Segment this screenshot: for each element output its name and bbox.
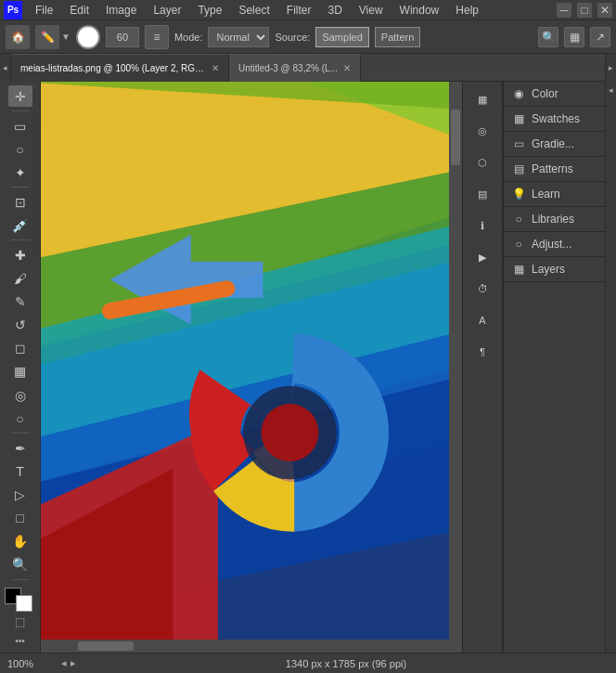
color-wells [5,588,36,613]
scrollbar-vertical[interactable] [449,82,462,640]
menu-3d[interactable]: 3D [324,2,345,19]
panel-libraries: ○ Libraries [504,207,605,232]
scroll-thumb-horizontal[interactable] [78,641,134,651]
type-tool[interactable]: T [8,460,32,482]
tab-meias-close[interactable]: ✕ [212,63,219,73]
dodge-tool[interactable]: ○ [8,408,32,429]
menu-select[interactable]: Select [235,2,273,19]
tab-untitled-close[interactable]: ✕ [343,63,351,73]
gradient-tool[interactable]: ▦ [8,361,32,382]
shape-tool[interactable]: □ [8,507,32,528]
quick-mask-btn[interactable]: ⬚ [8,614,32,630]
tabs-collapse-left[interactable]: ◂ [0,54,11,82]
crop-tool[interactable]: ⊡ [8,191,32,213]
blur-tool[interactable]: ◎ [8,384,32,406]
hand-tool[interactable]: ✋ [8,531,32,552]
left-toolbar: ✛ ▭ ○ ✦ ⊡ 💉 ✚ 🖌 ✎ ↺ ◻ ▦ ◎ ○ ✒ T ▷ □ ✋ 🔍 … [0,82,41,653]
eyedropper-tool[interactable]: 💉 [8,214,32,236]
panel-layers-header[interactable]: ▦ Layers [504,257,605,281]
tab-meias[interactable]: meias-listradas.png @ 100% (Layer 2, RGB… [11,54,229,82]
canvas-area[interactable] [41,82,462,653]
nav-left-arrow[interactable]: ◂ [61,657,67,669]
panel-color: ◉ Color [504,82,605,107]
canvas-wrapper [41,82,449,640]
panel-adjust-header[interactable]: ○ Adjust... [504,232,605,256]
mode-select[interactable]: Normal [208,27,269,47]
patterns-panel-icon: ▤ [511,162,526,176]
status-bar: 100% ◂ ▸ 1340 px x 1785 px (96 ppi) [0,653,616,673]
background-color[interactable] [16,595,32,612]
nav-right-arrow[interactable]: ▸ [71,657,76,669]
options-bar: 🏠 ✏️ ▼ ≡ Mode: Normal Source: Sampled Pa… [0,20,616,54]
menu-help[interactable]: Help [452,2,482,19]
menu-image[interactable]: Image [102,2,140,19]
zoom-tool[interactable]: 🔍 [8,554,32,576]
panel-libraries-header[interactable]: ○ Libraries [504,207,605,231]
tab-untitled-label: Untitled-3 @ 83,2% (L... [238,63,338,73]
maximize-btn[interactable]: □ [577,3,592,18]
glyphs-btn[interactable]: A [468,306,496,334]
menu-edit[interactable]: Edit [66,2,93,19]
menu-type[interactable]: Type [194,2,225,19]
panels-right: ◉ Color ▦ Swatches ▭ Gradie... ▤ Pattern… [503,82,605,653]
channels-btn[interactable]: ▤ [468,180,496,208]
clone-stamp-tool[interactable]: ✎ [8,291,32,313]
brush-dropdown[interactable]: ▼ [61,32,71,42]
move-tool[interactable]: ✛ [8,85,32,107]
source-pattern-btn[interactable]: Pattern [375,27,420,47]
rectangle-select-tool[interactable]: ▭ [8,115,32,136]
pen-tool[interactable]: ✒ [8,437,32,459]
grid-icon[interactable]: ▦ [564,27,584,47]
adjustments-btn[interactable]: ◎ [468,117,496,145]
panel-libraries-label: Libraries [532,213,574,226]
history-brush-tool[interactable]: ↺ [8,315,32,336]
panel-swatches: ▦ Swatches [504,107,605,132]
character-btn[interactable]: ¶ [468,338,496,366]
source-sampled-btn[interactable]: Sampled [315,27,368,47]
more-tools-btn[interactable]: ••• [8,632,32,649]
search-icon[interactable]: 🔍 [538,27,558,47]
magic-wand-tool[interactable]: ✦ [8,162,32,183]
canvas-svg [41,82,449,640]
panel-patterns: ▤ Patterns [504,157,605,182]
share-icon[interactable]: ↗ [590,27,610,47]
lasso-tool[interactable]: ○ [8,138,32,160]
tab-untitled[interactable]: Untitled-3 @ 83,2% (L... ✕ [229,54,361,82]
home-icon[interactable]: 🏠 [6,25,30,49]
brush-color[interactable] [76,25,100,49]
menu-view[interactable]: View [355,2,387,19]
menu-filter[interactable]: Filter [283,2,315,19]
panel-patterns-label: Patterns [532,162,573,175]
menu-layer[interactable]: Layer [149,2,185,19]
menu-bar: Ps File Edit Image Layer Type Select Fil… [0,0,616,20]
panel-gradient-header[interactable]: ▭ Gradie... [504,132,605,156]
timeline-btn[interactable]: ⏱ [468,275,496,303]
panel-learn-header[interactable]: 💡 Learn [504,182,605,206]
layer-icon[interactable]: ≡ [145,25,169,49]
scrollbar-horizontal[interactable] [41,640,449,653]
path-selection-tool[interactable]: ▷ [8,484,32,505]
brush-tool[interactable]: 🖌 [8,267,32,289]
eraser-tool[interactable]: ◻ [8,338,32,359]
history-panel-btn[interactable]: ▦ [468,85,496,113]
menu-file[interactable]: File [32,2,57,19]
brush-tool-icon[interactable]: ✏️ [35,25,59,49]
gradient-panel-icon: ▭ [511,136,526,151]
close-btn[interactable]: ✕ [597,3,612,18]
mid-panel: ▦ ◎ ⬡ ▤ ℹ ▶ ⏱ A ¶ [462,82,503,653]
info-btn[interactable]: ℹ [468,212,496,239]
3d-btn[interactable]: ⬡ [468,149,496,176]
brush-size-input[interactable] [106,27,139,47]
collapse-strip[interactable]: ◂ [605,82,616,653]
minimize-btn[interactable]: ─ [557,3,571,18]
tab-meias-label: meias-listradas.png @ 100% (Layer 2, RGB… [20,63,206,73]
healing-brush-tool[interactable]: ✚ [8,244,32,265]
panel-color-header[interactable]: ◉ Color [504,82,605,106]
actions-btn[interactable]: ▶ [468,243,496,271]
tabs-collapse-right[interactable]: ▸ [605,54,616,82]
menu-window[interactable]: Window [396,2,443,19]
panel-patterns-header[interactable]: ▤ Patterns [504,157,605,181]
scroll-thumb-vertical[interactable] [451,110,460,165]
canvas-info: 1340 px x 1785 px (96 ppi) [83,658,609,669]
panel-swatches-header[interactable]: ▦ Swatches [504,107,605,131]
